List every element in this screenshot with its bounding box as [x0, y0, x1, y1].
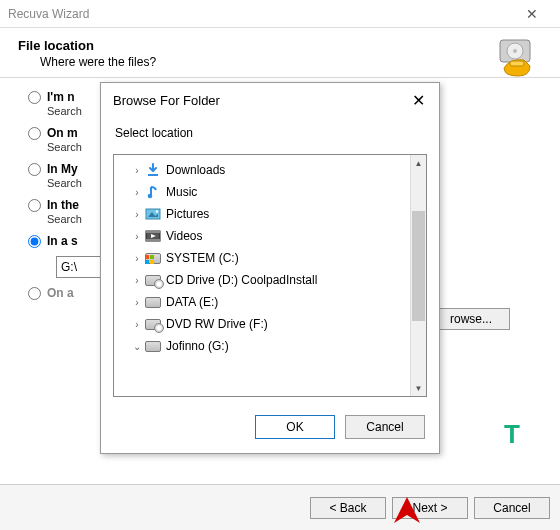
tree-item[interactable]: ›SYSTEM (C:) — [116, 247, 424, 269]
pictures-icon — [144, 206, 162, 222]
svg-rect-17 — [150, 260, 154, 264]
scroll-up-icon[interactable]: ▲ — [411, 155, 426, 171]
tree-item[interactable]: ›DVD RW Drive (F:) — [116, 313, 424, 335]
tree-item-label: DATA (E:) — [162, 295, 218, 309]
folder-tree-list[interactable]: ›Downloads›Music›Pictures›Videos›SYSTEM … — [114, 155, 426, 396]
svg-rect-11 — [146, 231, 160, 233]
tree-item-label: Music — [162, 185, 197, 199]
svg-point-9 — [156, 210, 158, 212]
drive-icon — [144, 341, 162, 352]
tree-item[interactable]: ›DATA (E:) — [116, 291, 424, 313]
drive-cd-icon — [144, 319, 162, 330]
folder-tree: ›Downloads›Music›Pictures›Videos›SYSTEM … — [113, 154, 427, 397]
svg-rect-12 — [146, 239, 160, 241]
scrollbar[interactable]: ▲ ▼ — [410, 155, 426, 396]
dialog-titlebar: Browse For Folder ✕ — [101, 83, 439, 114]
dialog-close-icon[interactable]: ✕ — [407, 91, 429, 110]
svg-rect-15 — [150, 255, 154, 259]
dialog-cancel-button[interactable]: Cancel — [345, 415, 425, 439]
tree-item[interactable]: ›Pictures — [116, 203, 424, 225]
scroll-thumb[interactable] — [412, 211, 425, 321]
tree-item-label: Pictures — [162, 207, 209, 221]
scroll-down-icon[interactable]: ▼ — [411, 380, 426, 396]
videos-icon — [144, 228, 162, 244]
tree-item-label: Downloads — [162, 163, 225, 177]
dialog-subtitle: Select location — [101, 114, 439, 148]
tree-item-label: CD Drive (D:) CoolpadInstall — [162, 273, 317, 287]
expand-icon[interactable]: › — [130, 187, 144, 198]
tree-item[interactable]: ⌄Jofinno (G:) — [116, 335, 424, 357]
svg-rect-5 — [148, 174, 158, 176]
tree-item-label: Jofinno (G:) — [162, 339, 229, 353]
dialog-footer: OK Cancel — [101, 405, 439, 453]
drive-icon — [144, 297, 162, 308]
expand-icon[interactable]: › — [130, 275, 144, 286]
expand-icon[interactable]: ⌄ — [130, 341, 144, 352]
expand-icon[interactable]: › — [130, 209, 144, 220]
browse-folder-dialog: Browse For Folder ✕ Select location ›Dow… — [100, 82, 440, 454]
svg-rect-14 — [145, 255, 149, 259]
drive-win-icon — [144, 253, 162, 264]
download-icon — [144, 162, 162, 178]
tree-item-label: Videos — [162, 229, 202, 243]
tree-item[interactable]: ›Downloads — [116, 159, 424, 181]
tree-item[interactable]: ›Music — [116, 181, 424, 203]
tree-item[interactable]: ›Videos — [116, 225, 424, 247]
tree-item-label: DVD RW Drive (F:) — [162, 317, 268, 331]
expand-icon[interactable]: › — [130, 231, 144, 242]
svg-point-6 — [148, 194, 153, 199]
music-icon — [144, 184, 162, 200]
dialog-title: Browse For Folder — [113, 93, 220, 108]
expand-icon[interactable]: › — [130, 319, 144, 330]
ok-button[interactable]: OK — [255, 415, 335, 439]
drive-cd-icon — [144, 275, 162, 286]
tree-item-label: SYSTEM (C:) — [162, 251, 239, 265]
tree-item[interactable]: ›CD Drive (D:) CoolpadInstall — [116, 269, 424, 291]
expand-icon[interactable]: › — [130, 297, 144, 308]
expand-icon[interactable]: › — [130, 253, 144, 264]
expand-icon[interactable]: › — [130, 165, 144, 176]
svg-rect-16 — [145, 260, 149, 264]
